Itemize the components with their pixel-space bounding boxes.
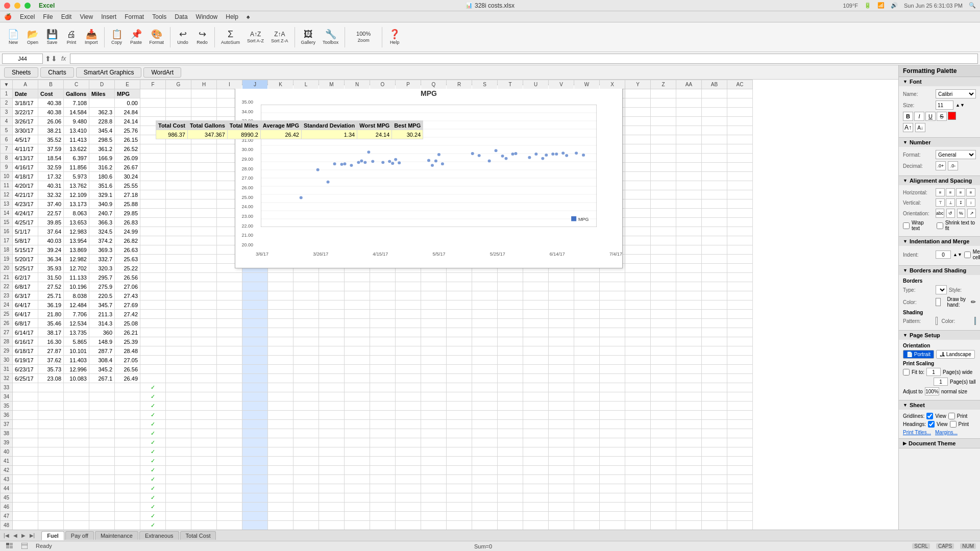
print-button[interactable]: 🖨 Print — [62, 24, 81, 51]
undo-button[interactable]: ↩ Undo — [174, 24, 192, 51]
data-cell[interactable]: 3/26/17 — [13, 117, 38, 126]
data-cell[interactable]: 27.69 — [115, 300, 140, 310]
data-cell[interactable]: 13.173 — [64, 199, 89, 209]
data-cell[interactable]: 5.865 — [64, 337, 89, 346]
sheet-tab-totalcost[interactable]: Total Cost — [180, 531, 216, 540]
data-cell[interactable]: 4/21/17 — [13, 190, 38, 199]
data-cell[interactable]: 366.3 — [89, 218, 115, 227]
data-cell[interactable]: 275.9 — [89, 282, 115, 291]
gridlines-print-checkbox[interactable] — [948, 413, 955, 419]
col-header-r[interactable]: R — [447, 80, 472, 89]
data-cell[interactable]: 24.14 — [115, 117, 140, 126]
shading-color-swatch[interactable] — [974, 317, 976, 325]
data-cell[interactable]: 26.82 — [115, 236, 140, 245]
data-cell[interactable]: 287.7 — [89, 346, 115, 356]
menu-insert[interactable]: Insert — [97, 12, 120, 21]
data-cell[interactable]: 10.083 — [64, 374, 89, 383]
valign-top[interactable]: ⊤ — [936, 198, 945, 207]
import-button[interactable]: 📥 Import — [82, 24, 101, 51]
data-cell[interactable] — [89, 98, 115, 108]
col-header-c[interactable]: C — [64, 80, 89, 89]
maximize-button[interactable] — [24, 3, 31, 9]
data-cell[interactable]: 10.101 — [64, 346, 89, 356]
col-header-i[interactable]: I — [217, 80, 242, 89]
underline-button[interactable]: U — [925, 112, 936, 121]
headings-print-checkbox[interactable] — [950, 421, 957, 428]
data-cell[interactable]: 314.3 — [89, 319, 115, 328]
col-header-aa[interactable]: AA — [676, 80, 702, 89]
data-cell[interactable]: 4/20/17 — [13, 181, 38, 190]
data-cell[interactable]: 6/4/17 — [13, 300, 38, 310]
data-cell[interactable]: 14.584 — [64, 108, 89, 117]
menu-help[interactable]: Help — [222, 12, 242, 21]
redo-button[interactable]: ↪ Redo — [193, 24, 211, 51]
menu-data[interactable]: Data — [170, 12, 191, 21]
wordart-btn[interactable]: WordArt — [143, 67, 181, 78]
sheet-section-header[interactable]: ▼ Sheet — [899, 400, 980, 410]
data-cell[interactable]: 22.57 — [38, 209, 64, 218]
indent-stepper[interactable]: ▲▼ — [953, 252, 962, 257]
menu-format[interactable]: Format — [120, 12, 148, 21]
summary-avgmpg[interactable]: 26.42 — [260, 130, 301, 139]
pages-wide-input[interactable] — [926, 368, 941, 376]
data-cell[interactable]: 320.3 — [89, 264, 115, 273]
data-cell[interactable]: 5.973 — [64, 172, 89, 181]
header-date[interactable]: Date — [13, 89, 38, 98]
data-cell[interactable]: 36.34 — [38, 255, 64, 264]
data-cell[interactable]: 11.403 — [64, 356, 89, 365]
data-cell[interactable]: 38.21 — [38, 126, 64, 135]
data-cell[interactable]: 228.8 — [89, 117, 115, 126]
font-section-header[interactable]: ▼ Font — [899, 77, 980, 86]
data-cell[interactable]: 40.38 — [38, 108, 64, 117]
page-setup-header[interactable]: ▼ Page Setup — [899, 331, 980, 340]
gridlines-view-checkbox[interactable] — [926, 413, 933, 419]
data-cell[interactable]: 26.56 — [115, 273, 140, 282]
menu-window[interactable]: Window — [192, 12, 222, 21]
alignment-section-header[interactable]: ▼ Alignment and Spacing — [899, 176, 980, 185]
data-cell[interactable]: 6/16/17 — [13, 337, 38, 346]
data-cell[interactable]: 25.08 — [115, 319, 140, 328]
italic-button[interactable]: I — [914, 112, 924, 121]
charts-btn[interactable]: Charts — [40, 67, 74, 78]
pages-tall-input[interactable] — [934, 378, 948, 386]
header-cost[interactable]: Cost — [38, 89, 64, 98]
data-cell[interactable]: 12.484 — [64, 300, 89, 310]
sheets-btn[interactable]: Sheets — [4, 67, 38, 78]
data-cell[interactable]: 13.869 — [64, 245, 89, 255]
headings-view-checkbox[interactable] — [928, 421, 935, 428]
data-cell[interactable]: 27.87 — [38, 346, 64, 356]
data-cell[interactable]: 4/25/17 — [13, 218, 38, 227]
normal-view-btn[interactable] — [4, 543, 15, 550]
data-cell[interactable]: 345.7 — [89, 300, 115, 310]
data-cell[interactable]: 37.59 — [38, 144, 64, 154]
align-left[interactable]: ≡ — [936, 188, 945, 196]
menu-tools[interactable]: Tools — [148, 12, 170, 21]
data-cell[interactable]: 351.6 — [89, 181, 115, 190]
data-cell[interactable]: 16.30 — [38, 337, 64, 346]
data-cell[interactable]: 220.5 — [89, 291, 115, 300]
data-cell[interactable]: 25.88 — [115, 199, 140, 209]
sheet-tab-maintenance[interactable]: Maintenance — [95, 531, 138, 540]
data-cell[interactable]: 26.52 — [115, 144, 140, 154]
draw-by-hand-button[interactable]: ✏ — [971, 298, 976, 306]
data-cell[interactable]: 13.653 — [64, 218, 89, 227]
summary-worstmpg[interactable]: 24.14 — [357, 130, 392, 139]
data-cell[interactable]: 340.9 — [89, 199, 115, 209]
summary-totalgallons[interactable]: 347.367 — [187, 130, 227, 139]
col-header-a[interactable]: A — [13, 80, 38, 89]
col-header-n[interactable]: N — [345, 80, 370, 89]
border-type-select[interactable] — [936, 285, 947, 294]
data-cell[interactable]: 24.99 — [115, 227, 140, 236]
col-header-p[interactable]: P — [396, 80, 421, 89]
col-header-b[interactable]: B — [38, 80, 64, 89]
data-cell[interactable]: 5/8/17 — [13, 236, 38, 245]
summary-totalcost[interactable]: 986.37 — [156, 130, 188, 139]
data-cell[interactable]: 8.038 — [64, 291, 89, 300]
data-cell[interactable]: 4/18/17 — [13, 172, 38, 181]
data-cell[interactable]: 361.2 — [89, 144, 115, 154]
orient-abc[interactable]: abc — [936, 209, 944, 218]
data-cell[interactable]: 24.84 — [115, 108, 140, 117]
data-cell[interactable]: 374.2 — [89, 236, 115, 245]
data-cell[interactable]: 148.9 — [89, 337, 115, 346]
data-cell[interactable]: 13.622 — [64, 144, 89, 154]
